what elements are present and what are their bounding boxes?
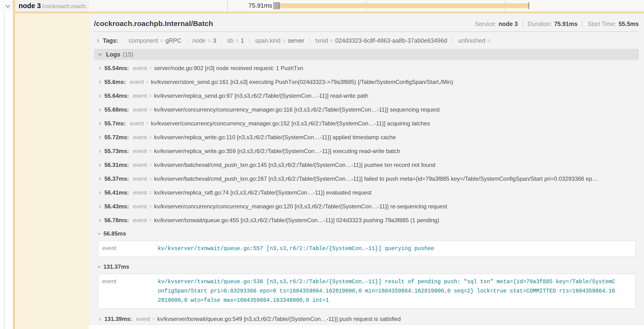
chevron-right-icon (98, 191, 101, 194)
log-field-key: event (133, 189, 147, 196)
log-entry[interactable]: 55.72ms: event = kv/kvserver/replica_wri… (97, 130, 639, 144)
tag-value: gRPC (166, 37, 182, 44)
collapse-chevron-icon[interactable] (6, 3, 10, 8)
overview-label: Start Time: (588, 20, 616, 28)
equals-sign: = (149, 203, 152, 210)
log-timestamp: 55.54ms: (104, 65, 129, 72)
log-entries-list: 55.54ms: event = server/node.go:902 [n3]… (94, 60, 639, 325)
log-timestamp: 131.39ms: (104, 316, 132, 322)
log-field-value: kv/kvserver/txnwait/queue.go:455 [n3,s3,… (154, 217, 439, 224)
log-entry-header[interactable]: 131.37ms (97, 260, 639, 273)
span-overview: Service:node 3Duration:75.91msStart Time… (475, 20, 639, 28)
log-entry[interactable]: 55.73ms: event = kv/kvserver/replica_wri… (97, 144, 639, 158)
log-field-value: kv/kvserver/txnwait/queue.go:557 [n3,s3,… (158, 244, 618, 254)
log-field-value: kv/kvserver/batcheval/cmd_push_txn.go:14… (154, 162, 435, 168)
overview-item: Start Time:55.5ms (588, 20, 639, 28)
log-field-key: event (130, 120, 144, 127)
log-tick (278, 2, 278, 9)
log-field-key: event (133, 148, 147, 154)
tag-key: component (129, 37, 158, 44)
equals-sign: = (146, 120, 149, 127)
log-timestamp: 56.37ms: (104, 176, 129, 182)
logs-accordion: Logs (15) 55.54ms: event = server/node.g… (94, 49, 639, 325)
detail-header: /cockroach.roachpb.Internal/Batch Servic… (94, 13, 639, 28)
log-entry[interactable]: 55.68ms: event = kv/kvserver/concurrency… (97, 103, 639, 116)
log-entry[interactable]: 56.37ms: event = kv/kvserver/batcheval/c… (97, 172, 639, 186)
logs-count: (15) (123, 51, 133, 58)
detail-accent-border (15, 12, 644, 13)
log-field-value: kv/kvserver/replica_write.go:359 [n3,s3,… (154, 148, 400, 154)
tag-item: node=3 (187, 37, 222, 44)
chevron-right-icon (98, 122, 101, 125)
span-duration-bar[interactable] (279, 3, 529, 8)
log-field-key: event (130, 79, 144, 85)
tags-label: Tags: (103, 37, 118, 44)
log-entry[interactable]: 55.54ms: event = server/node.go:902 [n3]… (97, 61, 639, 75)
overview-item: Duration:75.91ms (528, 20, 578, 28)
log-field-key: event (133, 203, 147, 210)
equals-sign: = (330, 37, 334, 44)
header-divider (94, 32, 639, 32)
equals-sign: = (149, 106, 152, 113)
log-entry[interactable]: 56.78ms: event = kv/kvserver/txnwait/que… (97, 213, 639, 227)
equals-sign: = (160, 37, 164, 44)
log-field-key: event (133, 162, 147, 168)
chevron-right-icon (98, 80, 101, 84)
operation-name: /cockroach.roach… (42, 3, 91, 10)
log-field-key: event (136, 316, 150, 322)
span-row[interactable]: node 3 /cockroach.roach… 75.91ms (0, 0, 644, 12)
chevron-down-icon (98, 232, 100, 235)
log-field-key: event (102, 244, 158, 254)
span-timeline[interactable]: 75.91ms (89, 0, 644, 12)
span-color-strip (13, 0, 15, 329)
log-entry[interactable]: 131.39ms: event = kv/kvserver/txnwait/qu… (97, 312, 639, 325)
tags-accordion-header[interactable]: Tags: component=gRPCnode=3sb=1span.kind=… (94, 37, 639, 44)
overview-separator (522, 21, 523, 28)
log-field-value: kv/kvserver/txnwait/queue.go:538 [n3,s3,… (158, 277, 618, 305)
log-field-value: kv/kvserver/concurrency/concurrency_mana… (154, 203, 447, 210)
span-detail-row: /cockroach.roachpb.Internal/Batch Servic… (0, 12, 644, 329)
tag-key: txnid (315, 37, 328, 44)
chevron-down-icon (98, 265, 100, 268)
overview-label: Service: (475, 20, 496, 28)
log-tick (274, 2, 274, 9)
equals-sign: = (149, 148, 152, 154)
equals-sign: = (149, 92, 152, 99)
log-field-value: kv/kvserver/replica_raft.go:74 [n3,s3,r6… (154, 189, 371, 196)
log-field-key: event (102, 277, 158, 305)
chevron-right-icon (98, 108, 101, 111)
timeline-gridline (227, 0, 228, 12)
chevron-right-icon (96, 39, 99, 42)
equals-sign: = (149, 189, 152, 196)
overview-value: 55.5ms (618, 20, 639, 28)
chevron-right-icon (98, 67, 101, 70)
log-entry[interactable]: 56.41ms: event = kv/kvserver/replica_raf… (97, 186, 639, 200)
log-field-value: kv/kvserver/concurrency/concurrency_mana… (151, 120, 430, 127)
log-field-key: event (133, 134, 147, 141)
log-timestamp: 55.64ms: (104, 92, 129, 99)
log-field-key: event (133, 106, 147, 113)
tag-key: span.kind (255, 37, 280, 44)
chevron-right-icon (98, 150, 101, 153)
log-entry[interactable]: 55.6ms: event = kv/kvserver/store_send.g… (97, 75, 639, 89)
logs-accordion-header[interactable]: Logs (15) (94, 49, 639, 60)
log-field-key: event (133, 217, 147, 224)
service-name: node 3 (18, 2, 41, 10)
detail-left-indent (15, 13, 89, 329)
log-entry[interactable]: 55.7ms: event = kv/kvserver/concurrency/… (97, 116, 639, 130)
chevron-right-icon (98, 219, 101, 222)
overview-item: Service:node 3 (475, 20, 518, 28)
log-timestamp: 56.85ms (104, 230, 126, 237)
log-timestamp: 55.72ms: (104, 134, 129, 141)
equals-sign: = (149, 134, 152, 141)
tag-value: 1 (241, 37, 244, 44)
equals-sign: = (149, 162, 152, 168)
tag-item: unfinished= (453, 37, 498, 44)
log-entry[interactable]: 56.43ms: event = kv/kvserver/concurrency… (97, 200, 639, 213)
log-entry[interactable]: 55.64ms: event = kv/kvserver/replica_sen… (97, 89, 639, 103)
log-entry-header[interactable]: 56.85ms (97, 227, 639, 240)
log-entry[interactable]: 56.31ms: event = kv/kvserver/batcheval/c… (97, 158, 639, 172)
log-timestamp: 55.68ms: (104, 106, 129, 113)
log-field-value: server/node.go:902 [n3] node received re… (154, 65, 303, 72)
logs-title: Logs (106, 51, 120, 58)
